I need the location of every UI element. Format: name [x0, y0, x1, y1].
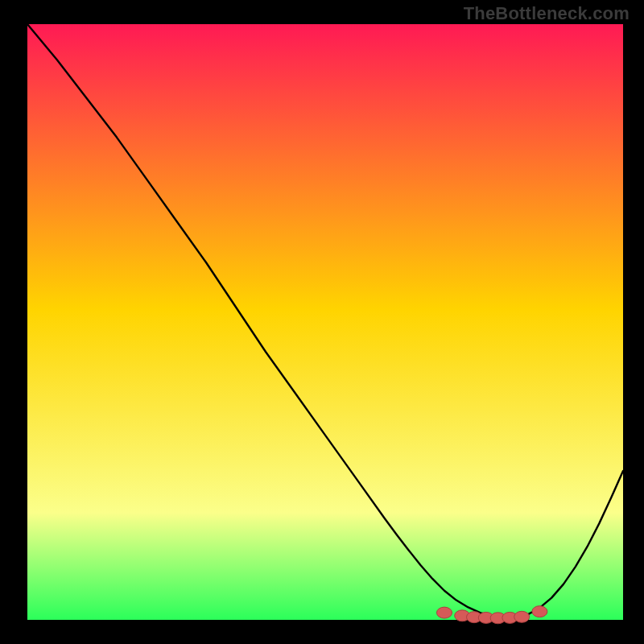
watermark-text: TheBottleneck.com — [464, 3, 630, 24]
chart-frame: { "watermark": "TheBottleneck.com", "col… — [0, 0, 644, 644]
plot-background — [27, 24, 623, 620]
optimal-point-marker — [437, 607, 452, 618]
optimal-point-marker — [532, 606, 547, 617]
bottleneck-chart — [0, 0, 644, 644]
optimal-point-marker — [514, 611, 530, 622]
